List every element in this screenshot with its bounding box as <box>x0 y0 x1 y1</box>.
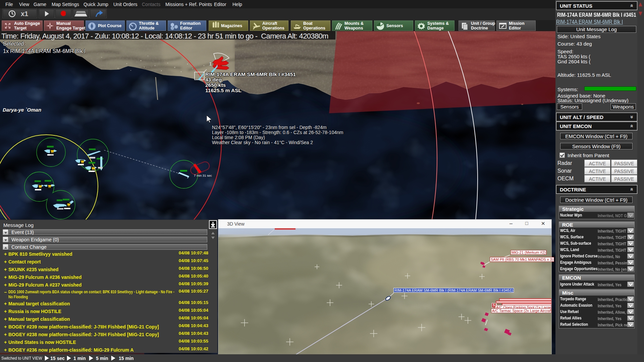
svg-text:1: 1 <box>209 61 212 66</box>
svg-text:7 min 31 sec: 7 min 31 sec <box>194 174 212 177</box>
svg-text:x1: x1 <box>21 10 28 17</box>
